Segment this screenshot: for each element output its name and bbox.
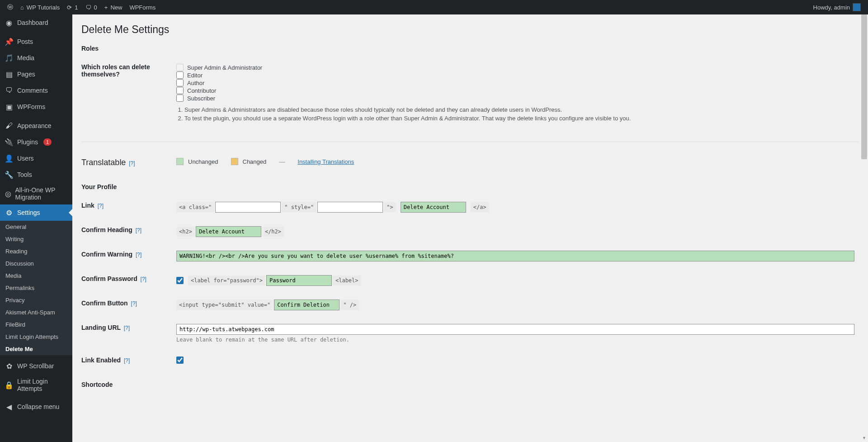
menu-pages[interactable]: ▤Pages <box>0 66 72 82</box>
role-subscriber-checkbox[interactable] <box>176 95 184 102</box>
brush-icon: 🖌 <box>5 121 14 130</box>
wordpress-icon: ⓦ <box>7 3 13 11</box>
role-superadmin-checkbox <box>176 64 184 71</box>
menu-wpforms[interactable]: ▣WPForms <box>0 99 72 115</box>
confirm-heading-input[interactable] <box>196 226 261 237</box>
media-icon: 🎵 <box>5 53 14 62</box>
menu-comments[interactable]: 🗨Comments <box>0 82 72 99</box>
menu-label: Posts <box>17 38 33 45</box>
account-link[interactable]: Howdy, admin <box>810 0 864 14</box>
confirm-heading-label: Confirm Heading <box>81 226 132 233</box>
sub-filebird[interactable]: FileBird <box>0 318 72 331</box>
confirm-password-input[interactable] <box>266 275 332 286</box>
confirm-button-input[interactable] <box>274 299 340 310</box>
note-1: Super Admins & Administrators are disabl… <box>184 106 854 113</box>
sub-writing[interactable]: Writing <box>0 233 72 245</box>
scrollbar-vertical[interactable]: ▲ ▼ <box>860 14 868 411</box>
confirm-heading-help[interactable]: [?] <box>136 227 142 233</box>
roles-notes: Super Admins & Administrators are disabl… <box>184 106 854 122</box>
confirm-password-label: Confirm Password <box>81 275 137 282</box>
link-enabled-checkbox[interactable] <box>176 356 184 364</box>
sub-general[interactable]: General <box>0 221 72 233</box>
menu-appearance[interactable]: 🖌Appearance <box>0 118 72 134</box>
sub-permalinks[interactable]: Permalinks <box>0 282 72 294</box>
role-editor-checkbox[interactable] <box>176 71 184 79</box>
menu-label: Media <box>17 54 34 62</box>
wp-logo[interactable]: ⓦ <box>4 0 17 14</box>
scroll-thumb[interactable] <box>861 14 867 159</box>
role-label: Subscriber <box>187 95 215 102</box>
updates-count: 1 <box>75 4 78 11</box>
menu-label: WPForms <box>17 103 45 110</box>
menu-dashboard[interactable]: ◉Dashboard <box>0 14 72 31</box>
sub-lla[interactable]: Limit Login Attempts <box>0 331 72 343</box>
confirm-password-checkbox[interactable] <box>176 277 184 284</box>
landing-url-help[interactable]: [?] <box>124 325 130 331</box>
sub-reading[interactable]: Reading <box>0 245 72 257</box>
menu-posts[interactable]: 📌Posts <box>0 33 72 50</box>
new-label: New <box>110 4 122 11</box>
confirm-warning-input[interactable] <box>176 251 854 261</box>
wrench-icon: 🔧 <box>5 170 14 179</box>
confirm-warning-help[interactable]: [?] <box>136 252 142 258</box>
menu-aio[interactable]: ◎All-in-One WP Migration <box>0 183 72 204</box>
sub-deleteme[interactable]: Delete Me <box>0 343 72 355</box>
code-suffix: </a> <box>471 202 489 212</box>
code-mid1: " style=" <box>282 202 316 212</box>
role-author-checkbox[interactable] <box>176 79 184 86</box>
role-label: Author <box>187 80 204 86</box>
plus-icon: + <box>104 4 108 11</box>
confirm-button-help[interactable]: [?] <box>131 300 137 307</box>
link-help[interactable]: [?] <box>98 203 104 209</box>
landing-url-label: Landing URL <box>81 324 121 331</box>
menu-settings[interactable]: ⚙Settings <box>0 204 72 221</box>
wpforms-link[interactable]: WPForms <box>126 0 159 14</box>
comments-link[interactable]: 🗨0 <box>82 0 101 14</box>
role-label: Editor <box>187 72 203 79</box>
role-contributor-checkbox[interactable] <box>176 87 184 94</box>
changed-label: Changed <box>243 158 267 165</box>
gear-icon: ✿ <box>5 361 14 371</box>
update-icon: ⟳ <box>67 4 72 11</box>
translatable-help[interactable]: [?] <box>129 160 135 166</box>
role-label: Contributor <box>187 87 216 94</box>
home-icon: ⌂ <box>20 4 24 11</box>
confirm-password-help[interactable]: [?] <box>141 276 146 282</box>
confirm-warning-label: Confirm Warning <box>81 251 132 258</box>
menu-tools[interactable]: 🔧Tools <box>0 166 72 183</box>
new-link[interactable]: +New <box>101 0 126 14</box>
unchanged-label: Unchanged <box>188 158 218 165</box>
installing-translations-link[interactable]: Installing Translations <box>297 158 354 165</box>
separator <box>81 142 859 142</box>
menu-label: Users <box>17 155 34 162</box>
link-text-input[interactable] <box>401 202 466 213</box>
link-class-input[interactable] <box>215 202 281 213</box>
link-enabled-help[interactable]: [?] <box>124 357 130 364</box>
code-suffix: </h2> <box>262 227 284 237</box>
menu-users[interactable]: 👤Users <box>0 150 72 166</box>
menu-plugins[interactable]: 🔌Plugins1 <box>0 134 72 150</box>
landing-url-input[interactable] <box>176 324 854 335</box>
sub-akismet[interactable]: Akismet Anti-Spam <box>0 306 72 318</box>
form-icon: ▣ <box>5 102 14 111</box>
menu-limitlogin[interactable]: 🔒Limit Login Attempts <box>0 374 72 396</box>
link-label: Link <box>81 202 94 209</box>
menu-label: Tools <box>17 171 32 178</box>
sub-privacy[interactable]: Privacy <box>0 294 72 306</box>
collapse-menu[interactable]: ◀Collapse menu <box>0 399 72 411</box>
code-prefix: <h2> <box>176 227 195 237</box>
menu-label: WP Scrollbar <box>17 362 54 370</box>
sub-media[interactable]: Media <box>0 270 72 282</box>
menu-media[interactable]: 🎵Media <box>0 50 72 66</box>
menu-wpscrollbar[interactable]: ✿WP Scrollbar <box>0 358 72 374</box>
menu-label: Appearance <box>17 122 52 129</box>
sub-discussion[interactable]: Discussion <box>0 257 72 270</box>
menu-label: Dashboard <box>17 19 48 26</box>
role-label: Super Admin & Administrator <box>187 64 262 71</box>
changed-swatch <box>231 158 238 165</box>
link-style-input[interactable] <box>317 202 383 213</box>
updates-link[interactable]: ⟳1 <box>63 0 81 14</box>
menu-label: Pages <box>17 71 35 78</box>
dashboard-icon: ◉ <box>5 18 14 27</box>
site-link[interactable]: ⌂WP Tutorials <box>17 0 63 14</box>
